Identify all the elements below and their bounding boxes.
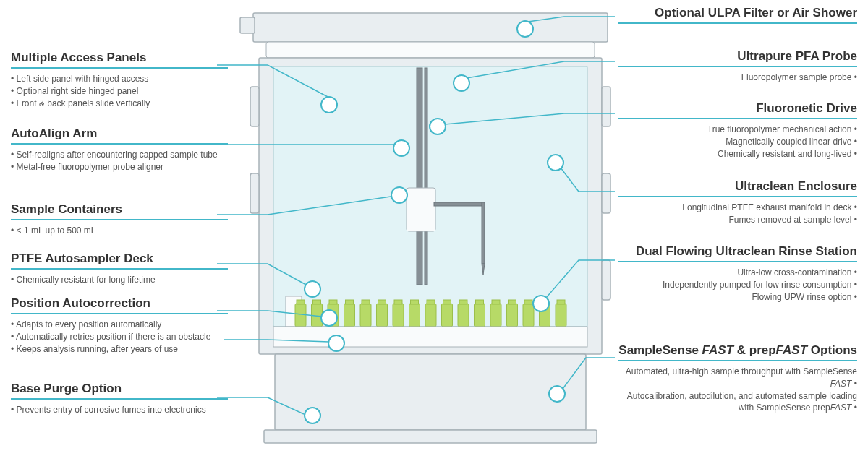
callout-right-3: Ultraclean EnclosureLongitudinal PTFE ex…	[618, 179, 857, 226]
svg-rect-12	[407, 188, 435, 231]
callout-left-2: Sample Containers< 1 mL up to 500 mL	[11, 202, 228, 237]
svg-point-59	[328, 335, 344, 351]
svg-rect-26	[362, 300, 370, 304]
callout-right-2: Fluoronetic DriveTrue fluoropolymer mech…	[618, 101, 857, 160]
svg-rect-32	[411, 300, 419, 304]
svg-rect-46	[524, 300, 532, 304]
svg-rect-22	[329, 300, 337, 304]
svg-rect-7	[602, 173, 610, 213]
svg-point-54	[321, 97, 337, 113]
callout-title: PTFE Autosampler Deck	[11, 251, 228, 270]
svg-rect-6	[602, 87, 610, 126]
svg-point-64	[548, 155, 563, 171]
svg-rect-8	[602, 260, 610, 300]
svg-rect-23	[344, 304, 355, 327]
svg-rect-39	[475, 304, 485, 327]
svg-rect-37	[458, 304, 469, 327]
svg-rect-20	[313, 300, 321, 304]
svg-rect-34	[427, 300, 435, 304]
callout-left-5: Base Purge OptionPrevents entry of corro…	[11, 382, 228, 416]
svg-point-58	[321, 310, 337, 326]
callout-title: Ultraclean Enclosure	[618, 179, 857, 197]
callout-title: Ultrapure PFA Probe	[618, 49, 857, 67]
svg-rect-35	[442, 304, 453, 327]
svg-point-62	[454, 75, 469, 91]
callout-left-0: Multiple Access PanelsLeft side panel wi…	[11, 51, 228, 109]
svg-rect-41	[490, 304, 501, 327]
callout-title: AutoAlign Arm	[11, 126, 228, 145]
svg-rect-29	[393, 304, 404, 327]
svg-point-63	[430, 119, 446, 134]
callout-title: SampleSense FAST & prepFAST Options	[618, 343, 857, 361]
callout-title: Multiple Access Panels	[11, 51, 228, 69]
svg-rect-44	[509, 300, 516, 304]
svg-rect-43	[507, 304, 518, 327]
callout-bullets: Adapts to every position automaticallyAu…	[11, 319, 228, 355]
svg-rect-53	[264, 430, 597, 443]
callout-title: Sample Containers	[11, 202, 228, 220]
svg-rect-14	[482, 202, 485, 264]
callout-bullets: Left side panel with hinged accessOption…	[11, 73, 228, 109]
callout-bullets: < 1 mL up to 500 mL	[11, 225, 228, 237]
callout-bullets: Prevents entry of corrosive fumes into e…	[11, 404, 228, 416]
svg-rect-31	[409, 304, 420, 327]
svg-rect-4	[250, 87, 259, 126]
callout-title: Optional ULPA Filter or Air Shower	[618, 6, 857, 24]
svg-rect-10	[417, 68, 422, 285]
svg-point-65	[533, 296, 549, 311]
callout-left-3: PTFE Autosampler DeckChemically resistan…	[11, 251, 228, 286]
svg-point-61	[517, 21, 533, 37]
callout-left-4: Position AutocorrectionAdapts to every p…	[11, 296, 228, 355]
svg-rect-33	[425, 304, 436, 327]
callout-bullets: Chemically resistant for long lifetime	[11, 274, 228, 286]
svg-rect-25	[360, 304, 371, 327]
svg-rect-36	[443, 300, 451, 304]
callout-left-1: AutoAlign ArmSelf-realigns after encount…	[11, 126, 228, 173]
svg-point-55	[393, 140, 409, 156]
callout-right-4: Dual Flowing Ultraclean Rinse StationUlt…	[618, 244, 857, 303]
callout-bullets: True fluoropolymer mechanical actionMagn…	[618, 124, 857, 160]
svg-point-56	[391, 187, 407, 203]
svg-rect-50	[557, 300, 565, 304]
svg-rect-42	[492, 300, 500, 304]
callout-right-1: Ultrapure PFA ProbeFluoropolymer sample …	[618, 49, 857, 84]
svg-rect-18	[297, 300, 305, 304]
svg-rect-40	[476, 300, 484, 304]
svg-rect-45	[523, 304, 534, 327]
callout-bullets: Longitudinal PTFE exhaust manifold in de…	[618, 202, 857, 226]
svg-rect-30	[394, 300, 402, 304]
svg-rect-11	[425, 68, 427, 285]
svg-rect-5	[250, 173, 259, 213]
callout-title: Dual Flowing Ultraclean Rinse Station	[618, 244, 857, 262]
svg-rect-13	[434, 202, 485, 206]
callout-bullets: Fluoropolymer sample probe	[618, 72, 857, 84]
svg-rect-51	[273, 327, 587, 347]
callout-right-5: SampleSense FAST & prepFAST OptionsAutom…	[618, 343, 857, 414]
machine-illustration	[240, 13, 610, 443]
callout-right-0: Optional ULPA Filter or Air Shower	[618, 6, 857, 28]
callout-title: Base Purge Option	[11, 382, 228, 400]
svg-rect-1	[240, 17, 255, 33]
callout-title: Position Autocorrection	[11, 296, 228, 314]
svg-rect-38	[459, 300, 467, 304]
svg-rect-0	[253, 13, 608, 42]
callout-bullets: Ultra-low cross-contaminationIndependent…	[618, 267, 857, 303]
svg-rect-2	[266, 42, 595, 58]
callout-bullets: Self-realigns after encountering capped …	[11, 149, 228, 173]
svg-rect-28	[378, 300, 386, 304]
callout-title: Fluoronetic Drive	[618, 101, 857, 119]
svg-point-60	[305, 408, 320, 423]
svg-rect-24	[346, 300, 354, 304]
svg-point-57	[305, 281, 320, 297]
svg-point-66	[549, 386, 565, 402]
svg-rect-52	[275, 354, 586, 430]
svg-rect-27	[377, 304, 388, 327]
svg-rect-49	[556, 304, 566, 327]
callout-bullets: Automated, ultra-high sample throughput …	[618, 366, 857, 414]
